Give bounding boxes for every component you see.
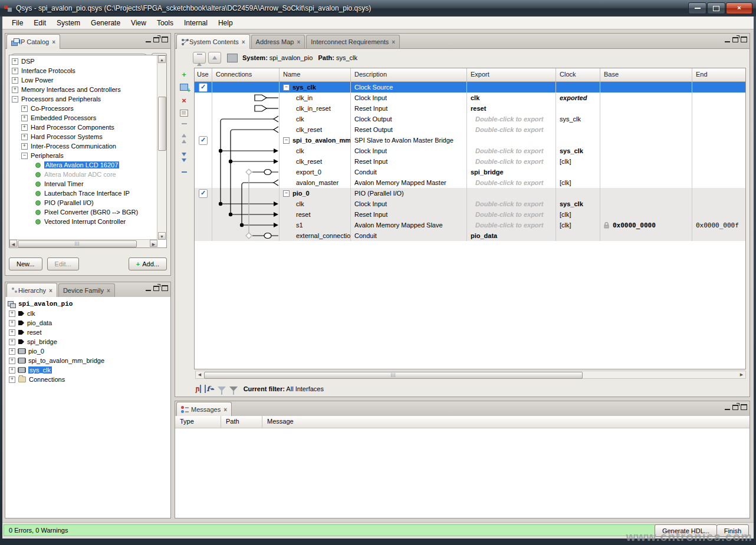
tree-item-interface-protocols[interactable]: +Interface Protocols: [9, 66, 157, 75]
tree-item-lauterbach-trace[interactable]: Lauterbach Trace Interface IP: [9, 189, 157, 198]
base-address[interactable]: 0x0000_0000: [613, 222, 656, 229]
scroll-left-icon[interactable]: ◀: [196, 371, 203, 378]
maximize-button[interactable]: [707, 2, 725, 14]
tab-close-icon[interactable]: ×: [223, 407, 227, 413]
export-placeholder[interactable]: Double-click to export: [471, 200, 544, 207]
menu-generate[interactable]: Generate: [86, 18, 125, 28]
hier-root[interactable]: spi_avalon_pio: [8, 299, 170, 309]
use-checkbox[interactable]: ✓: [199, 136, 208, 145]
collapse-icon[interactable]: −: [283, 190, 290, 197]
hier-item-clk[interactable]: +clk: [8, 309, 170, 318]
tab-device-family[interactable]: Device Family ×: [58, 283, 115, 297]
show-signals-icon[interactable]: ɲ: [195, 385, 201, 393]
table-row[interactable]: ✓ −pio_0 PIO (Parallel I/O): [195, 188, 745, 199]
col-path[interactable]: Path: [221, 416, 262, 428]
scroll-up-icon[interactable]: ▲: [158, 55, 166, 63]
export-value[interactable]: pio_data: [471, 232, 497, 239]
tree-item-embedded-processors[interactable]: +Embedded Processors: [9, 113, 157, 123]
remove-component-button[interactable]: ×: [176, 94, 192, 107]
export-placeholder[interactable]: Double-click to export: [471, 158, 544, 165]
expand-icon[interactable]: +: [12, 77, 18, 84]
tree-item-altera-modular-adc[interactable]: Altera Modular ADC core: [9, 170, 157, 179]
tree-item-pixel-converter[interactable]: Pixel Converter (BGR0 --> BGR): [9, 207, 157, 217]
table-row[interactable]: clk_in Clock Input clk exported: [195, 93, 745, 103]
tree-item-processors-peripherals[interactable]: −Processors and Peripherals: [9, 94, 157, 104]
tree-item-hard-processor-systems[interactable]: +Hard Processor Systems: [9, 132, 157, 141]
panel-float-button[interactable]: [153, 37, 159, 42]
tree-item-altera-avalon-lcd[interactable]: Altera Avalon LCD 16207: [9, 160, 157, 170]
tab-close-icon[interactable]: ×: [392, 39, 395, 45]
tab-ip-catalog[interactable]: IP Catalog ×: [6, 34, 60, 49]
table-row[interactable]: external_connection Conduit pio_data: [195, 230, 745, 241]
menu-internal[interactable]: Internal: [179, 18, 212, 28]
panel-float-button[interactable]: [732, 405, 738, 410]
hier-item-reset[interactable]: +reset: [8, 328, 170, 337]
close-button[interactable]: ×: [726, 2, 752, 14]
col-use[interactable]: Use: [195, 68, 212, 81]
filter-remove-icon[interactable]: [229, 387, 238, 391]
expand-icon[interactable]: +: [9, 339, 15, 345]
tree-item-interval-timer[interactable]: Interval Timer: [9, 179, 157, 189]
export-placeholder[interactable]: Double-click to export: [471, 222, 544, 229]
table-row[interactable]: export_0 Conduit spi_bridge: [195, 167, 745, 177]
table-row[interactable]: clk_reset Reset Output Double-click to e…: [195, 124, 745, 135]
tree-item-dsp[interactable]: +DSP: [9, 57, 157, 66]
tab-hierarchy[interactable]: Hierarchy ×: [6, 283, 57, 298]
tab-close-icon[interactable]: ×: [242, 39, 245, 45]
col-message[interactable]: Message: [262, 416, 750, 428]
use-checkbox[interactable]: ✓: [199, 83, 208, 92]
col-end[interactable]: End: [692, 68, 745, 81]
menu-edit[interactable]: Edit: [29, 18, 51, 28]
tree-item-memory-interfaces[interactable]: +Memory Interfaces and Controllers: [9, 85, 157, 94]
tree-item-peripherals[interactable]: −Peripherals: [9, 151, 157, 160]
expand-icon[interactable]: +: [12, 87, 18, 93]
tab-interconnect-requirements[interactable]: Interconnect Requirements ×: [306, 35, 400, 48]
move-to-top-button[interactable]: [176, 122, 192, 135]
export-placeholder[interactable]: Double-click to export: [471, 179, 544, 186]
expand-icon[interactable]: +: [21, 115, 28, 121]
panel-maximize-button[interactable]: [162, 285, 168, 291]
export-placeholder[interactable]: Double-click to export: [471, 147, 544, 154]
table-horizontal-scrollbar[interactable]: ◀ ||| ▶: [195, 371, 746, 379]
filter-icon[interactable]: [218, 387, 226, 391]
add-component-button[interactable]: +: [176, 68, 192, 81]
table-row[interactable]: ✓ −spi_to_avalon_mm_... SPI Slave to Ava…: [195, 135, 745, 146]
export-placeholder[interactable]: Double-click to export: [471, 115, 544, 123]
expand-icon[interactable]: +: [21, 134, 28, 140]
show-interfaces-icon[interactable]: f⌁: [205, 385, 213, 393]
expand-icon[interactable]: +: [9, 358, 15, 364]
panel-minimize-button[interactable]: [146, 285, 151, 291]
expand-icon[interactable]: +: [9, 367, 15, 374]
expand-icon[interactable]: +: [12, 58, 18, 65]
export-value[interactable]: clk: [471, 94, 479, 101]
scroll-right-icon[interactable]: ▶: [150, 240, 157, 247]
hier-item-pio-data[interactable]: +pio_data: [8, 318, 170, 328]
edit-button[interactable]: Edit...: [47, 257, 79, 270]
col-connections[interactable]: Connections: [212, 68, 280, 81]
tab-close-icon[interactable]: ×: [52, 39, 55, 45]
panel-minimize-button[interactable]: [725, 37, 730, 42]
panel-float-button[interactable]: [153, 286, 159, 291]
col-base[interactable]: Base: [600, 68, 692, 81]
expand-icon[interactable]: +: [9, 311, 15, 317]
tab-system-contents[interactable]: System Contents ×: [176, 34, 250, 49]
export-placeholder[interactable]: Double-click to export: [471, 211, 544, 218]
tab-close-icon[interactable]: ×: [49, 288, 52, 294]
panel-maximize-button[interactable]: [741, 37, 747, 42]
menu-view[interactable]: View: [126, 18, 151, 28]
collapse-icon[interactable]: −: [12, 96, 18, 103]
expand-icon[interactable]: +: [21, 124, 28, 131]
export-placeholder[interactable]: Double-click to export: [471, 126, 544, 133]
hier-item-pio-0[interactable]: +pio_0: [8, 346, 170, 356]
export-value[interactable]: spi_bridge: [471, 169, 504, 176]
scroll-left-icon[interactable]: ◀: [9, 240, 17, 247]
table-row[interactable]: avalon_master Avalon Memory Mapped Maste…: [195, 177, 745, 188]
col-export[interactable]: Export: [467, 68, 556, 81]
tree-item-low-power[interactable]: +Low Power: [9, 75, 157, 85]
expand-icon[interactable]: +: [21, 143, 28, 150]
table-row[interactable]: clk_in_reset Reset Input reset: [195, 103, 745, 114]
panel-maximize-button[interactable]: [741, 404, 747, 410]
tab-close-icon[interactable]: ×: [297, 39, 300, 45]
minimize-button[interactable]: [688, 2, 706, 14]
export-value[interactable]: reset: [471, 105, 486, 112]
